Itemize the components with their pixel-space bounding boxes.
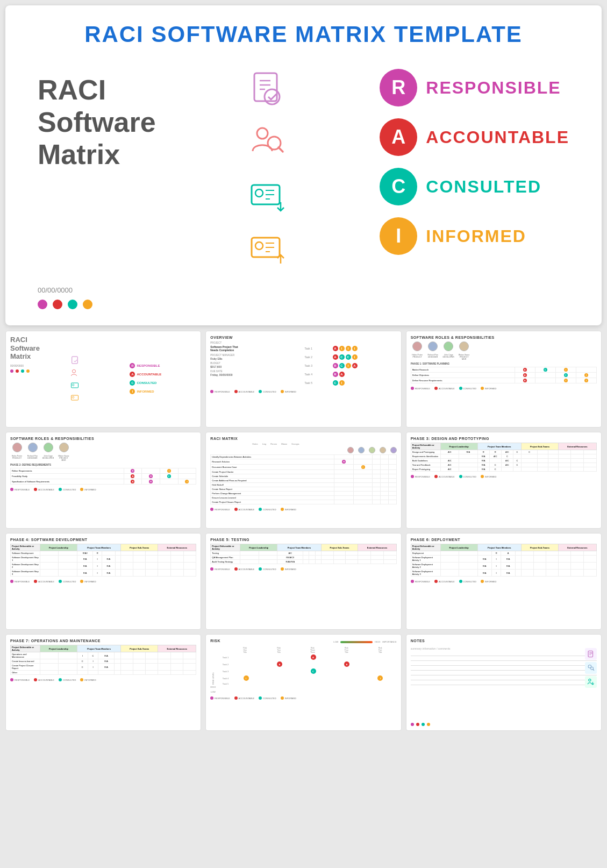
thumb11-legend: RESPONSIBLE ACCOUNTABLE CONSULTED INFORM… [210, 696, 396, 700]
raci-item-r: R RESPONSIBLE [380, 69, 569, 106]
thumb-software-roles-2[interactable]: SOFTWARE ROLES & RESPONSIBILITIES Halee … [5, 432, 201, 529]
thumb5-names: Halee Ling Renee Blaine Georgia [210, 443, 396, 445]
slide-content: RACISoftwareMatrix [27, 63, 580, 270]
c-label: CONSULTED [426, 177, 541, 197]
dot-orange [83, 300, 92, 309]
a-label: ACCOUNTABLE [426, 127, 569, 147]
thumb-risk[interactable]: RISK LOW HIGH IMPORTANCE RISK LEVEL HIGH… [205, 634, 401, 731]
dot-teal [68, 300, 77, 309]
dot-red [53, 300, 62, 309]
thumb5-avatars-row [210, 447, 396, 453]
thumb9-table: Project Deliverable or Activity Project … [411, 544, 597, 577]
thumb10-legend: RESPONSIBLE ACCOUNTABLE CONSULTED INFORM… [10, 678, 196, 681]
color-dots [38, 300, 580, 309]
thumb12-title: NOTES [411, 639, 597, 643]
thumb11-title: RISK [210, 639, 220, 643]
thumb3-phase: PHASE 1: SOFTWARE PLANNING [411, 362, 597, 365]
thumb2-content: PROJECT Software Project ThatNeeds Compl… [210, 341, 396, 387]
thumb5-table: Identify Dependencies Between Activities… [210, 454, 396, 504]
thumb9-legend: RESPONSIBLE ACCOUNTABLE CONSULTED INFORM… [411, 580, 597, 583]
page-title: RACI SOFTWARE MATRIX TEMPLATE [27, 22, 580, 47]
document-check-icon [246, 69, 289, 112]
thumb2-title: OVERVIEW [210, 336, 396, 339]
thumbnails-grid: RACISoftwareMatrix 00/00/0000 R RESPO [5, 331, 602, 731]
thumb12-text: summary information / comments [411, 647, 597, 650]
thumb11-matrix: RISK LEVEL HIGH LOW RiskOneTitle RiskTwo… [210, 647, 396, 693]
r-label: RESPONSIBLE [426, 78, 561, 98]
thumb4-avatars: Halee PorterPRODUCT Richard PanDESIGNER … [10, 443, 196, 461]
thumb1-legend: R RESPONSIBLE A ACCOUNTABLE C CONSULTED … [130, 336, 196, 423]
thumb-phase7[interactable]: PHASE 7: OPERATIONS AND MAINTENANCE Proj… [5, 634, 201, 731]
thumb3-table: Market Research A C I Define Objectives … [411, 367, 597, 383]
thumb4-phase: PHASE 2: DEFINE REQUIREMENTS [10, 464, 196, 466]
thumb10-title: PHASE 7: OPERATIONS AND MAINTENANCE [10, 639, 196, 643]
person-down-icon [585, 676, 597, 688]
svg-point-15 [255, 242, 263, 250]
thumb-raci-main[interactable]: RACISoftwareMatrix 00/00/0000 R RESPO [5, 331, 201, 428]
svg-line-32 [593, 669, 594, 670]
thumb-phase6[interactable]: PHASE 6: DEPLOYMENT Project Deliverable … [406, 533, 602, 630]
c-circle: C [380, 168, 417, 205]
thumb9-title: PHASE 6: DEPLOYMENT [411, 538, 597, 542]
thumb3-title: SOFTWARE ROLES & RESPONSIBILITIES [411, 336, 597, 339]
thumb-phase5[interactable]: PHASE 5: TESTING Project Deliverable or … [205, 533, 401, 630]
notes-lines [411, 656, 597, 685]
thumb7-title: PHASE 4: SOFTWARE DEVELOPMENT [10, 538, 196, 542]
thumb4-table: Refine Requirements R I Feasibility Stud… [10, 468, 196, 485]
thumb-software-roles-1[interactable]: SOFTWARE ROLES & RESPONSIBILITIES Halee … [406, 331, 602, 428]
thumb8-table: Project Deliverable or Activity Project … [210, 544, 396, 564]
thumb-overview[interactable]: OVERVIEW PROJECT Software Project ThatNe… [205, 331, 401, 428]
a-circle: A [380, 118, 417, 156]
raci-legend: R RESPONSIBLE A ACCOUNTABLE C CONSULTED … [380, 63, 569, 255]
svg-point-33 [589, 679, 591, 681]
id-card-down-icon [246, 174, 289, 217]
thumb5-legend: RESPONSIBLE ACCOUNTABLE CONSULTED INFORM… [210, 508, 396, 511]
main-title-slide: RACI SOFTWARE MATRIX TEMPLATE RACISoftwa… [5, 5, 602, 325]
thumb-notes[interactable]: NOTES summary information / comments [406, 634, 602, 731]
thumb7-legend: RESPONSIBLE ACCOUNTABLE CONSULTED INFORM… [10, 580, 196, 583]
thumb6-table: Project Deliverable or Activity Project … [411, 443, 597, 472]
thumb6-legend: RESPONSIBLE ACCOUNTABLE CONSULTED INFORM… [411, 475, 597, 478]
svg-point-9 [255, 189, 263, 197]
person-search-icon [246, 122, 289, 165]
search-person-icon [585, 662, 597, 674]
svg-point-25 [72, 396, 74, 399]
thumb4-legend: RESPONSIBLE ACCOUNTABLE CONSULTED INFORM… [10, 488, 196, 491]
raci-item-c: C CONSULTED [380, 168, 569, 205]
thumb11-header: RISK LOW HIGH IMPORTANCE [210, 639, 396, 645]
id-card-up-icon [246, 227, 289, 270]
thumb3-avatars: Halee PorterPRODUCT Richard PanDESIGNER … [411, 341, 597, 360]
left-text-block: RACISoftwareMatrix [38, 63, 156, 170]
thumb-raci-matrix[interactable]: RACI MATRIX Halee Ling Renee Blaine Geor… [205, 432, 401, 529]
notes-dots [411, 723, 430, 726]
r-circle: R [380, 69, 417, 106]
thumb-phase4[interactable]: PHASE 4: SOFTWARE DEVELOPMENT Project De… [5, 533, 201, 630]
thumb1-icons [70, 336, 125, 423]
dot-purple [38, 300, 47, 309]
thumb1-date: 00/00/0000 [10, 364, 66, 367]
slide-date: 00/00/0000 [38, 286, 580, 294]
thumb3-legend: RESPONSIBLE ACCOUNTABLE CONSULTED INFORM… [411, 387, 597, 390]
thumb1-title: RACISoftwareMatrix [10, 336, 66, 361]
doc-icon [585, 648, 597, 660]
notes-icons [585, 648, 597, 688]
svg-point-5 [257, 128, 268, 139]
raci-item-a: A ACCOUNTABLE [380, 118, 569, 156]
i-circle: I [380, 217, 417, 255]
thumb8-title: PHASE 5: TESTING [210, 538, 396, 542]
thumb7-table: Project Deliverable or Activity Project … [10, 544, 196, 577]
svg-rect-26 [588, 651, 592, 657]
thumb5-title: RACI MATRIX [210, 437, 396, 440]
thumb6-title: PHASE 3: DESIGN AND PROTOTYPING [411, 437, 597, 440]
thumb4-title: SOFTWARE ROLES & RESPONSIBILITIES [10, 437, 196, 440]
thumb10-table: Project Deliverable or Activity Project … [10, 645, 196, 675]
i-label: INFORMED [426, 226, 526, 246]
raci-item-i: I INFORMED [380, 217, 569, 255]
thumb-phase3[interactable]: PHASE 3: DESIGN AND PROTOTYPING Project … [406, 432, 602, 529]
raci-text: RACISoftwareMatrix [38, 63, 156, 170]
thumb8-legend: RESPONSIBLE ACCOUNTABLE CONSULTED INFORM… [210, 567, 396, 571]
center-icons [246, 63, 289, 270]
thumb2-legend: RESPONSIBLE ACCOUNTABLE CONSULTED INFORM… [210, 390, 396, 393]
svg-line-7 [278, 147, 283, 152]
thumb1-dots [10, 369, 66, 373]
